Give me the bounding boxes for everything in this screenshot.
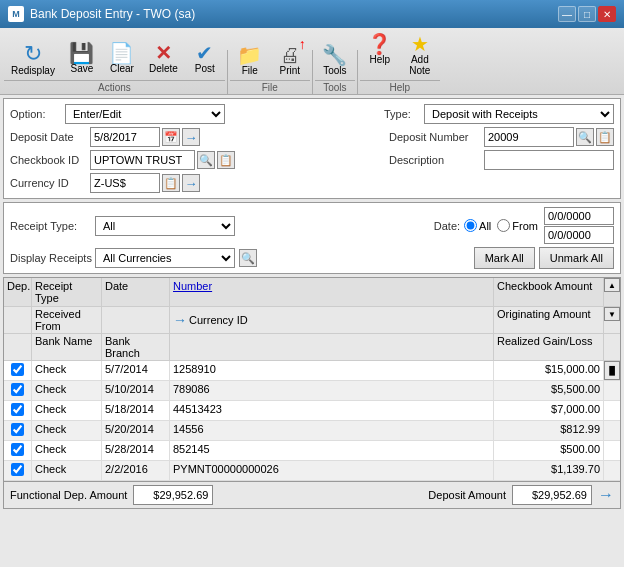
help-label: Help	[370, 54, 391, 65]
save-button[interactable]: 💾 Save	[62, 39, 102, 80]
deposit-number-input[interactable]	[484, 127, 574, 147]
date-range-fields	[544, 207, 614, 244]
redisplay-icon: ↻	[24, 43, 42, 65]
scroll-col2: ▼	[604, 307, 620, 333]
type-select[interactable]: Deposit with Receipts	[424, 104, 614, 124]
currency-id-input[interactable]	[90, 173, 160, 193]
deposit-number-page-icon[interactable]: 📋	[596, 128, 614, 146]
checkbook-description-row: Checkbook ID 🔍 📋 Description	[10, 150, 614, 170]
table-row: Check 5/18/2014 44513423 $7,000.00	[4, 401, 620, 421]
description-label: Description	[389, 154, 484, 166]
tools-group-label: Tools	[315, 80, 355, 94]
deposit-date-number-row: Deposit Date 5/8/2017 📅 → Deposit Number…	[10, 127, 614, 147]
scroll-up-btn[interactable]: ▲	[604, 278, 620, 292]
row-amount: $1,139.70	[494, 461, 604, 480]
row-scroll-spacer: █	[604, 361, 620, 380]
title-bar-left: M Bank Deposit Entry - TWO (sa)	[8, 6, 195, 22]
row-checkbox[interactable]	[11, 423, 24, 436]
print-button[interactable]: 🖨 ↑ Print	[270, 41, 310, 80]
toolbar: ↻ Redisplay 💾 Save 📄 Clear ✕	[0, 28, 624, 95]
checkbook-id-input[interactable]	[90, 150, 195, 170]
description-input[interactable]	[484, 150, 614, 170]
functional-dep-amount: $29,952.69	[133, 485, 213, 505]
save-label: Save	[71, 63, 94, 74]
table-row: Check 5/7/2014 1258910 $15,000.00 █	[4, 361, 620, 381]
row-checkbox[interactable]	[11, 463, 24, 476]
file-button[interactable]: 📁 File	[230, 41, 270, 80]
row-scroll-spacer	[604, 461, 620, 480]
option-select[interactable]: Enter/Edit	[65, 104, 225, 124]
row-checkbox[interactable]	[11, 403, 24, 416]
display-receipts-search-icon[interactable]: 🔍	[239, 249, 257, 267]
maximize-button[interactable]: □	[578, 6, 596, 22]
toolbar-group-help: ❓ Help ★ Add Note Help	[360, 30, 440, 94]
delete-button[interactable]: ✕ Delete	[142, 39, 185, 80]
tools-icon: 🔧	[322, 45, 347, 65]
currency-page-icon[interactable]: 📋	[162, 174, 180, 192]
deposit-date-input[interactable]: 5/8/2017	[90, 127, 160, 147]
date-to-input[interactable]	[544, 226, 614, 244]
row-number: 44513423	[170, 401, 494, 420]
date-from-option[interactable]: From	[497, 219, 538, 232]
post-button[interactable]: ✔ Post	[185, 39, 225, 80]
table-header-row-2: Received From → Currency ID Originating …	[4, 307, 620, 334]
delete-label: Delete	[149, 63, 178, 74]
currency-field-group: 📋 →	[90, 173, 200, 193]
col-dep-header: Dep.	[4, 278, 32, 306]
col-received-from-header	[4, 307, 32, 333]
display-receipts-row: Display Receipts All Currencies 🔍 Mark A…	[10, 247, 614, 269]
row-checkbox[interactable]	[11, 443, 24, 456]
unmark-all-button[interactable]: Unmark All	[539, 247, 614, 269]
checkbook-page-icon[interactable]: 📋	[217, 151, 235, 169]
row-type: Check	[32, 381, 102, 400]
date-from-input[interactable]	[544, 207, 614, 225]
clear-button[interactable]: 📄 Clear	[102, 39, 142, 80]
row-number: PYMNT00000000026	[170, 461, 494, 480]
close-button[interactable]: ✕	[598, 6, 616, 22]
col-number-header[interactable]: Number	[170, 278, 494, 306]
display-receipts-select[interactable]: All Currencies	[95, 248, 235, 268]
checkbook-field-group: 🔍 📋	[90, 150, 235, 170]
date-all-radio[interactable]	[464, 219, 477, 232]
table-header-row-3: Bank Name Bank Branch Realized Gain/Loss	[4, 334, 620, 361]
tools-button[interactable]: 🔧 Tools	[315, 41, 355, 80]
help-icon: ❓	[367, 34, 392, 54]
minimize-button[interactable]: —	[558, 6, 576, 22]
scroll-down-btn[interactable]: ▼	[604, 307, 620, 321]
post-label: Post	[195, 63, 215, 74]
row-amount: $812.99	[494, 421, 604, 440]
help-button[interactable]: ❓ Help	[360, 30, 400, 80]
currency-id-label: Currency ID	[10, 177, 90, 189]
window-title: Bank Deposit Entry - TWO (sa)	[30, 7, 195, 21]
add-note-button[interactable]: ★ Add Note	[400, 30, 440, 80]
col-empty1	[102, 307, 170, 333]
deposit-date-label: Deposit Date	[10, 131, 90, 143]
date-from-radio[interactable]	[497, 219, 510, 232]
date-arrow-icon[interactable]: →	[182, 128, 200, 146]
col-received-from-label: Received From	[32, 307, 102, 333]
toolbar-group-file: 📁 File 🖨 ↑ Print File	[230, 41, 310, 94]
row-type: Check	[32, 361, 102, 380]
redisplay-button[interactable]: ↻ Redisplay	[4, 39, 62, 80]
mark-all-button[interactable]: Mark All	[474, 247, 535, 269]
row-checkbox[interactable]	[11, 383, 24, 396]
display-receipts-search-icon-wrapper: 🔍	[239, 249, 257, 267]
row-checkbox[interactable]	[11, 363, 24, 376]
scrollbar-thumb[interactable]: █	[604, 361, 620, 380]
checkbook-lookup-icon[interactable]: 🔍	[197, 151, 215, 169]
calendar-icon[interactable]: 📅	[162, 128, 180, 146]
date-all-option[interactable]: All	[464, 219, 491, 232]
row-checkbox-cell	[4, 401, 32, 420]
receipt-type-select[interactable]: All	[95, 216, 235, 236]
date-from-label: From	[512, 220, 538, 232]
deposit-number-lookup-icon[interactable]: 🔍	[576, 128, 594, 146]
col-realized-gain-header: Realized Gain/Loss	[494, 334, 604, 360]
print-icon: 🖨 ↑	[280, 45, 300, 65]
col-empty2	[170, 334, 494, 360]
checkbook-id-label: Checkbook ID	[10, 154, 90, 166]
receipt-filter-section: Receipt Type: All Date: All From	[3, 202, 621, 274]
currency-row: Currency ID 📋 →	[10, 173, 614, 193]
clear-icon: 📄	[109, 43, 134, 63]
row-number: 789086	[170, 381, 494, 400]
currency-arrow-icon[interactable]: →	[182, 174, 200, 192]
